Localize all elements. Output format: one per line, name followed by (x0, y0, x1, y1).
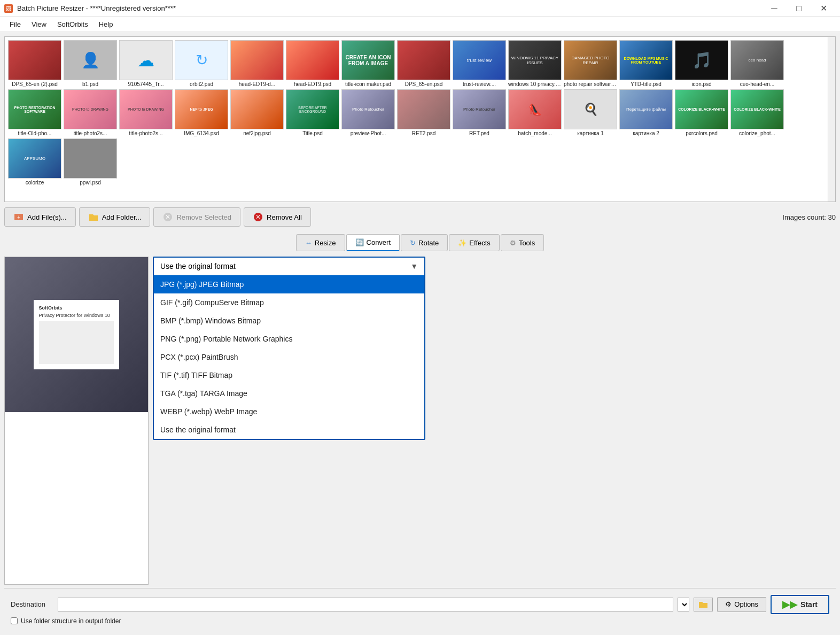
gallery-item[interactable]: ↻ orbit2.psd (175, 40, 228, 87)
title-bar-controls: ─ □ ✕ (762, 0, 836, 17)
tab-resize[interactable]: ↔ Resize (296, 234, 345, 251)
destination-dropdown[interactable] (678, 598, 689, 611)
gallery-label: DPS_65-en.psd (405, 81, 443, 87)
gallery-label: preview-Phot... (351, 130, 386, 136)
remove-selected-button[interactable]: ✕ Remove Selected (153, 207, 240, 227)
gallery-item[interactable]: COLORIZE BLACK•WHITE colorize_phot... (730, 89, 784, 136)
gallery-item[interactable]: DAMAGED PHOTO REPAIR photo repair softwa… (564, 40, 617, 87)
format-option-pcx-label: PCX (*.pcx) PaintBrush (160, 353, 238, 361)
svg-text:+: + (17, 214, 20, 220)
gallery-item[interactable]: ceo head ceo-head-en... (730, 40, 784, 87)
minimize-button[interactable]: ─ (762, 0, 787, 17)
format-option-bmp[interactable]: BMP (*.bmp) Windows Bitmap (154, 312, 424, 330)
title-bar-left: 🖼 Batch Picture Resizer - ****Unregister… (4, 4, 176, 13)
gallery-label: DPS_65-en (2).psd (12, 81, 58, 87)
gallery-item[interactable]: BEFORE AFTER BACKGROUND Title.psd (286, 89, 339, 136)
browse-folder-button[interactable] (694, 598, 713, 611)
gallery-item[interactable]: PHOTO RESTORATION SOFTWARE title-Old-pho… (8, 89, 61, 136)
gallery-item[interactable]: head-EDT9.psd (286, 40, 339, 87)
gallery-thumb (397, 40, 450, 80)
format-option-png[interactable]: PNG (*.png) Portable Network Graphics (154, 330, 424, 348)
title-bar: 🖼 Batch Picture Resizer - ****Unregister… (0, 0, 840, 17)
menu-view[interactable]: View (26, 18, 52, 30)
main-container: DPS_65-en (2).psd 👤 b1.psd ☁ 91057445_Tr… (0, 32, 840, 635)
gallery-label: title-photo2s... (74, 130, 107, 136)
gallery-item[interactable]: Перетащите файлы картинка 2 (619, 89, 673, 136)
gallery-item[interactable]: CREATE AN ICON FROM A IMAGE title-icon m… (341, 40, 395, 87)
gallery-item[interactable]: 👤 b1.psd (64, 40, 117, 87)
menu-file[interactable]: File (4, 18, 26, 30)
format-option-original[interactable]: Use the original format (154, 421, 424, 439)
gallery-item[interactable]: RET2.psd (397, 89, 450, 136)
menu-help[interactable]: Help (94, 18, 119, 30)
chevron-down-icon: ▼ (410, 262, 418, 270)
gallery-item[interactable]: DPS_65-en.psd (397, 40, 450, 87)
format-option-tga[interactable]: TGA (*.tga) TARGA Image (154, 384, 424, 402)
gallery-item[interactable]: PHOTO to DRAWING title-photo2s... (64, 89, 117, 136)
close-button[interactable]: ✕ (811, 0, 836, 17)
tabs-area: ↔ Resize 🔄 Convert ↻ Rotate ✨ Effects ⚙ … (4, 232, 836, 253)
gallery-thumb: PHOTO RESTORATION SOFTWARE (8, 89, 61, 129)
gallery-item[interactable]: ppwl.psd (64, 138, 117, 185)
start-button[interactable]: ▶▶ Start (771, 595, 829, 614)
tab-convert[interactable]: 🔄 Convert (346, 234, 400, 251)
gallery-label: photo repair software1.psd (564, 81, 617, 87)
add-folder-button[interactable]: Add Folder... (79, 207, 151, 227)
destination-input[interactable] (58, 598, 673, 611)
gallery-area[interactable]: DPS_65-en (2).psd 👤 b1.psd ☁ 91057445_Tr… (4, 36, 836, 202)
gallery-thumb: 👤 (64, 40, 117, 80)
gallery-item[interactable]: head-EDT9-d... (230, 40, 284, 87)
gallery-label: icon.psd (691, 81, 711, 87)
options-button[interactable]: ⚙ Options (717, 597, 766, 612)
gallery-item[interactable]: 🍳 картинка 1 (564, 89, 617, 136)
maximize-button[interactable]: □ (787, 0, 811, 17)
gallery-scrollbar[interactable] (828, 37, 835, 202)
gallery-item[interactable]: nef2jpg.psd (230, 89, 284, 136)
gallery-item[interactable]: 🎵 icon.psd (675, 40, 728, 87)
app-icon: 🖼 (4, 4, 13, 13)
gallery-thumb: PHOTO to DRAWING (119, 89, 173, 129)
effects-icon: ✨ (458, 239, 466, 247)
gallery-item[interactable]: ☁ 91057445_Tr... (119, 40, 173, 87)
images-count: Images count: 30 (782, 213, 836, 221)
gallery-item[interactable]: Photo Retoucher preview-Phot... (341, 89, 395, 136)
menu-softorbits[interactable]: SoftOrbits (52, 18, 94, 30)
format-option-webp[interactable]: WEBP (*.webp) WebP Image (154, 402, 424, 421)
format-option-tif[interactable]: TIF (*.tif) TIFF Bitmap (154, 366, 424, 384)
gallery-item[interactable]: APPSUMO colorize (8, 138, 61, 185)
gallery-item[interactable]: Photo Retoucher RET.psd (453, 89, 506, 136)
format-option-webp-label: WEBP (*.webp) WebP Image (160, 407, 257, 416)
format-option-bmp-label: BMP (*.bmp) Windows Bitmap (160, 316, 261, 325)
gallery-item[interactable]: PHOTO to DRAWING title-photo2s... (119, 89, 173, 136)
gallery-thumb: ☁ (119, 40, 173, 80)
format-option-gif[interactable]: GIF (*.gif) CompuServe Bitmap (154, 293, 424, 312)
gallery-thumb: APPSUMO (8, 138, 61, 179)
gallery-thumb: 👠 (508, 89, 562, 129)
remove-selected-icon: ✕ (162, 212, 173, 222)
remove-all-button[interactable]: ✕ Remove All (244, 207, 311, 227)
gallery-thumb: Перетащите файлы (619, 89, 673, 129)
gallery-item[interactable]: trust review trust-review.... (453, 40, 506, 87)
gallery-item[interactable]: DPS_65-en (2).psd (8, 40, 61, 87)
format-option-jpg[interactable]: JPG (*.jpg) JPEG Bitmap (154, 275, 424, 293)
svg-text:✕: ✕ (255, 213, 261, 221)
tab-rotate[interactable]: ↻ Rotate (401, 234, 448, 251)
format-option-pcx[interactable]: PCX (*.pcx) PaintBrush (154, 348, 424, 366)
gallery-item[interactable]: WINDOWS 11 PRIVACY ISSUES windows 10 pri… (508, 40, 562, 87)
tab-tools[interactable]: ⚙ Tools (501, 234, 544, 251)
format-option-gif-label: GIF (*.gif) CompuServe Bitmap (160, 298, 264, 307)
folder-structure-checkbox[interactable] (11, 617, 18, 624)
gallery-thumb: COLORIZE BLACK•WHITE (675, 89, 728, 129)
gallery-item[interactable]: NEF to JPEG IMG_6134.psd (175, 89, 228, 136)
gallery-label: Title.psd (302, 130, 322, 136)
gallery-label: title-photo2s... (129, 130, 163, 136)
gallery-thumb: Photo Retoucher (453, 89, 506, 129)
tab-effects[interactable]: ✨ Effects (449, 234, 500, 251)
gallery-label: batch_mode... (518, 130, 551, 136)
gallery-item[interactable]: DOWNLOAD MP3 MUSIC FROM YOUTUBE YTD-titl… (619, 40, 673, 87)
gallery-item[interactable]: 👠 batch_mode... (508, 89, 562, 136)
gallery-item[interactable]: COLORIZE BLACK•WHITE pxrcolors.psd (675, 89, 728, 136)
format-dropdown-selected[interactable]: Use the original format ▼ (154, 258, 424, 275)
gallery-thumb: 🎵 (675, 40, 728, 80)
add-files-button[interactable]: + Add File(s)... (4, 207, 76, 227)
